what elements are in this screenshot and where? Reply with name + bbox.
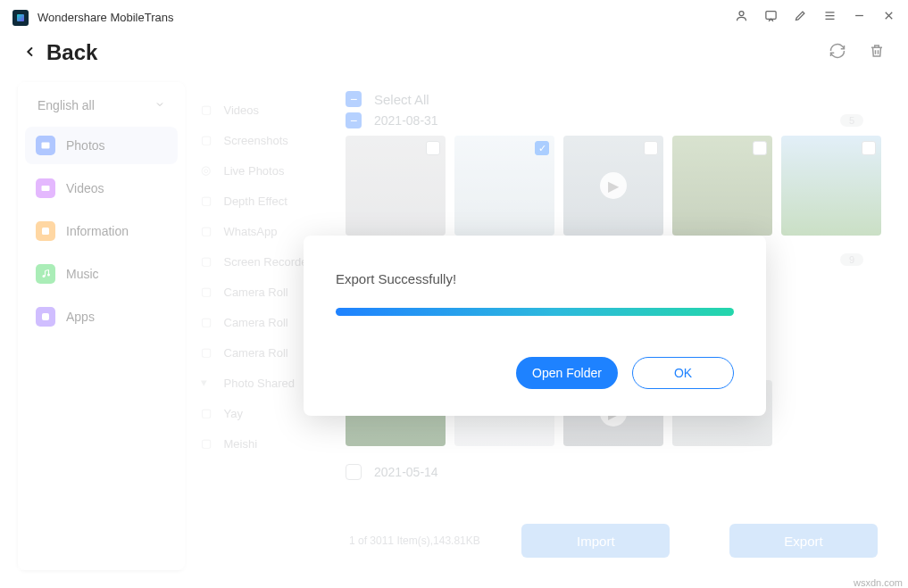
import-button[interactable]: Import (521, 524, 670, 558)
group-checkbox[interactable] (346, 464, 362, 480)
folder-item[interactable]: ◎Live Photos (185, 155, 337, 186)
back-chevron-icon[interactable] (23, 43, 37, 63)
folder-item[interactable]: ▢Videos (185, 95, 337, 125)
photo-grid: ✓ ▶ (346, 136, 881, 236)
sidebar-item-label: Photos (66, 138, 105, 153)
chevron-down-icon: ▾ (201, 376, 215, 390)
modal-title: Export Successfully! (336, 271, 734, 286)
sidebar-item-information[interactable]: Information (25, 212, 178, 250)
select-all-row: − Select All (346, 91, 881, 107)
group-count: 5 (840, 114, 863, 127)
language-selector[interactable]: English all (25, 89, 178, 121)
progress-bar (336, 308, 734, 316)
videos-icon (36, 178, 55, 198)
photos-icon (36, 136, 55, 155)
photo-thumbnail[interactable]: ✓ (454, 136, 554, 236)
sidebar-item-label: Information (66, 224, 129, 238)
music-icon (36, 264, 55, 284)
titlebar: Wondershare MobileTrans (0, 0, 908, 35)
video-icon: ▢ (201, 103, 215, 117)
close-icon[interactable] (882, 9, 896, 26)
image-icon: ▢ (201, 224, 215, 238)
image-icon: ▢ (201, 254, 215, 269)
sidebar-item-label: Apps (66, 310, 95, 324)
svg-rect-2 (42, 143, 50, 149)
trash-icon[interactable] (869, 43, 885, 63)
language-selector-label: English all (37, 98, 95, 112)
live-photo-icon: ◎ (201, 163, 215, 178)
sidebar-item-videos[interactable]: Videos (25, 170, 178, 207)
sidebar-item-label: Videos (66, 181, 104, 195)
photo-checkbox[interactable]: ✓ (535, 141, 549, 155)
svg-rect-1 (766, 12, 776, 20)
menu-icon[interactable] (823, 9, 837, 26)
sidebar: English all Photos Videos Information Mu… (18, 82, 185, 570)
selection-status: 1 of 3011 Item(s),143.81KB (349, 534, 480, 547)
select-all-label: Select All (374, 92, 429, 107)
sidebar-item-apps[interactable]: Apps (25, 298, 178, 335)
video-thumbnail[interactable]: ▶ (563, 136, 663, 236)
photo-thumbnail[interactable] (672, 136, 772, 236)
chevron-down-icon (154, 98, 165, 112)
app-logo (12, 10, 29, 26)
image-icon: ▢ (201, 436, 215, 451)
svg-point-0 (739, 12, 744, 16)
group-count: 9 (840, 253, 863, 266)
minimize-icon[interactable] (853, 9, 866, 26)
photo-checkbox[interactable] (644, 141, 658, 155)
footer: 1 of 3011 Item(s),143.81KB Import Export (337, 515, 890, 570)
sidebar-item-music[interactable]: Music (25, 255, 178, 293)
export-success-modal: Export Successfully! Open Folder OK (304, 236, 766, 416)
group-date: 2021-08-31 (374, 113, 438, 128)
open-folder-button[interactable]: Open Folder (516, 357, 618, 389)
back-row: Back (0, 35, 908, 78)
sidebar-item-photos[interactable]: Photos (25, 127, 178, 164)
refresh-icon[interactable] (829, 43, 846, 63)
photo-thumbnail[interactable] (781, 136, 881, 236)
user-icon[interactable] (735, 9, 748, 26)
svg-rect-3 (42, 186, 50, 191)
image-icon: ▢ (201, 345, 215, 360)
edit-icon[interactable] (794, 9, 807, 26)
image-icon: ▢ (201, 406, 215, 420)
folder-item[interactable]: ▢Depth Effect (185, 186, 337, 216)
folder-item[interactable]: ▢Screenshots (185, 125, 337, 155)
sidebar-item-label: Music (66, 267, 99, 281)
feedback-icon[interactable] (764, 9, 778, 26)
photo-checkbox[interactable] (862, 141, 876, 155)
svg-point-6 (47, 274, 50, 277)
date-group-header: 2021-05-14 (346, 464, 881, 480)
select-all-checkbox[interactable]: − (346, 91, 362, 107)
svg-rect-7 (42, 313, 49, 320)
app-title: Wondershare MobileTrans (37, 11, 173, 24)
folder-item[interactable]: ▢Meishi (185, 428, 337, 459)
ok-button[interactable]: OK (632, 357, 734, 389)
group-date: 2021-05-14 (374, 465, 438, 479)
export-button[interactable]: Export (729, 524, 878, 558)
screenshot-icon: ▢ (201, 133, 215, 147)
watermark: wsxdn.com (854, 577, 903, 588)
play-icon: ▶ (600, 172, 627, 199)
image-icon: ▢ (201, 194, 215, 208)
image-icon: ▢ (201, 285, 215, 299)
photo-checkbox[interactable] (753, 141, 767, 155)
image-icon: ▢ (201, 315, 215, 329)
group-checkbox[interactable]: − (346, 112, 362, 128)
apps-icon (36, 307, 55, 327)
date-group-header: − 2021-08-31 5 (346, 112, 881, 128)
information-icon (36, 221, 55, 241)
back-button[interactable]: Back (46, 40, 97, 65)
photo-thumbnail[interactable] (346, 136, 446, 236)
photo-checkbox[interactable] (426, 141, 440, 155)
svg-rect-4 (42, 228, 49, 235)
